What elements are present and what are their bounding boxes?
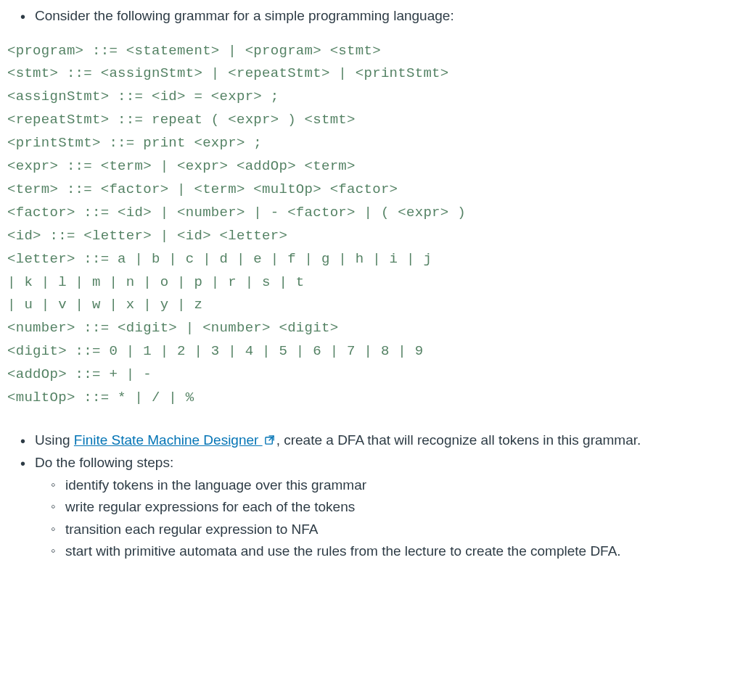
grammar-line: <digit> ::= 0 | 1 | 2 | 3 | 4 | 5 | 6 | … bbox=[7, 343, 423, 359]
instruction-item-steps: Do the following steps: identify tokens … bbox=[35, 453, 736, 562]
step-text: start with primitive automata and use th… bbox=[65, 543, 621, 559]
step-item: write regular expressions for each of th… bbox=[65, 497, 736, 518]
intro-text: Consider the following grammar for a sim… bbox=[35, 8, 454, 23]
step-item: transition each regular expression to NF… bbox=[65, 519, 736, 540]
grammar-line: <addOp> ::= + | - bbox=[7, 366, 152, 382]
grammar-line: <stmt> ::= <assignStmt> | <repeatStmt> |… bbox=[7, 65, 449, 81]
intro-item: Consider the following grammar for a sim… bbox=[35, 6, 736, 27]
step-text: write regular expressions for each of th… bbox=[65, 499, 355, 514]
item1-prefix: Using bbox=[35, 432, 74, 448]
grammar-line: <expr> ::= <term> | <expr> <addOp> <term… bbox=[7, 158, 356, 174]
step-text: transition each regular expression to NF… bbox=[65, 522, 319, 537]
instruction-item-fsm: Using Finite State Machine Designer , cr… bbox=[35, 430, 736, 451]
fsm-designer-link[interactable]: Finite State Machine Designer bbox=[74, 432, 276, 448]
step-item: start with primitive automata and use th… bbox=[65, 541, 736, 562]
step-item: identify tokens in the language over thi… bbox=[65, 475, 736, 496]
instructions-list: Using Finite State Machine Designer , cr… bbox=[7, 430, 736, 562]
step-text: identify tokens in the language over thi… bbox=[65, 477, 366, 493]
external-link-icon bbox=[264, 431, 275, 452]
grammar-line: <printStmt> ::= print <expr> ; bbox=[7, 135, 262, 151]
grammar-line: | k | l | m | n | o | p | r | s | t bbox=[7, 274, 305, 290]
grammar-block: <program> ::= <statement> | <program> <s… bbox=[7, 40, 736, 411]
link-text: Finite State Machine Designer bbox=[74, 432, 263, 448]
grammar-line: <term> ::= <factor> | <term> <multOp> <f… bbox=[7, 181, 398, 197]
grammar-line: <program> ::= <statement> | <program> <s… bbox=[7, 43, 381, 59]
item1-suffix: , create a DFA that will recognize all t… bbox=[276, 432, 641, 448]
grammar-line: <id> ::= <letter> | <id> <letter> bbox=[7, 228, 287, 244]
grammar-line: | u | v | w | x | y | z bbox=[7, 297, 202, 313]
grammar-line: <letter> ::= a | b | c | d | e | f | g |… bbox=[7, 251, 432, 267]
item2-text: Do the following steps: bbox=[35, 455, 173, 470]
steps-sublist: identify tokens in the language over thi… bbox=[35, 475, 736, 562]
grammar-line: <number> ::= <digit> | <number> <digit> bbox=[7, 320, 338, 336]
grammar-line: <repeatStmt> ::= repeat ( <expr> ) <stmt… bbox=[7, 112, 356, 128]
grammar-line: <multOp> ::= * | / | % bbox=[7, 390, 194, 405]
intro-list: Consider the following grammar for a sim… bbox=[7, 6, 736, 27]
grammar-line: <factor> ::= <id> | <number> | - <factor… bbox=[7, 205, 466, 221]
grammar-line: <assignStmt> ::= <id> = <expr> ; bbox=[7, 88, 279, 104]
